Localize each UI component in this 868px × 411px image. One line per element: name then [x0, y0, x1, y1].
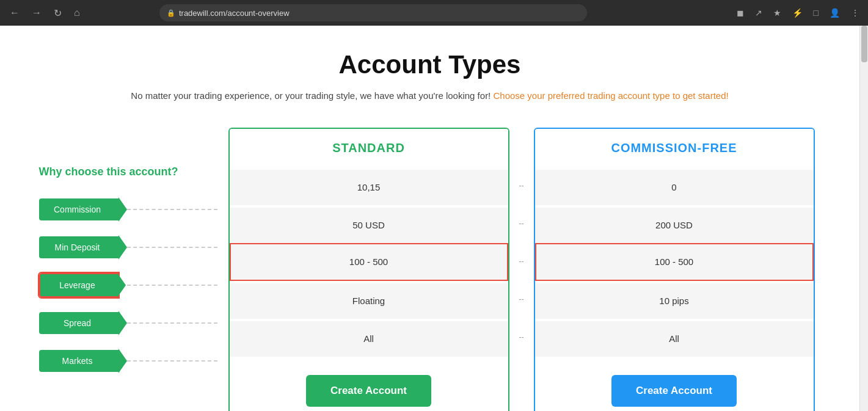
- commission-free-column: COMMISSION-FREE 0 200 USD 100 - 500 10 p…: [534, 128, 815, 412]
- url-text: tradewill.com/account-overview: [179, 9, 290, 18]
- dotted-line-commission: [127, 209, 217, 210]
- dotted-line-markets: [127, 360, 217, 362]
- browser-actions: ◼ ↗ ★ ⚡ □ 👤 ⋮: [734, 5, 862, 20]
- standard-create-account-button[interactable]: Create Account: [306, 375, 431, 407]
- feature-row-leverage: Leverage: [39, 266, 222, 304]
- forward-button[interactable]: →: [28, 5, 45, 21]
- sep-leverage: --: [516, 241, 528, 279]
- commission-free-min-deposit: 200 USD: [535, 205, 814, 243]
- sep-commission: --: [516, 165, 528, 203]
- subtitle-highlight: Choose your preferred trading account ty…: [493, 90, 728, 101]
- share-button[interactable]: ↗: [753, 5, 765, 20]
- commission-free-commission: 0: [535, 167, 814, 205]
- profile-button[interactable]: 👤: [827, 5, 842, 20]
- standard-footer: Create Account: [230, 363, 508, 412]
- subtitle-normal: No matter your trading experience, or yo…: [131, 90, 493, 101]
- feature-label-spread: Spread: [39, 312, 119, 334]
- standard-column: STANDARD 10,15 50 USD 100 - 500 Floating…: [228, 128, 509, 412]
- standard-header: STANDARD: [230, 129, 508, 167]
- feature-row-spread: Spread: [39, 304, 222, 342]
- comparison-wrapper: Why choose this account? Commission Min …: [39, 128, 821, 412]
- sep-min-deposit: --: [516, 203, 528, 241]
- lock-icon: 🔒: [167, 9, 175, 17]
- feature-label-min-deposit: Min Deposit: [39, 236, 119, 258]
- address-bar[interactable]: 🔒 tradewill.com/account-overview: [159, 4, 587, 21]
- extensions-button[interactable]: ⚡: [790, 5, 805, 20]
- why-choose-title: Why choose this account?: [39, 165, 222, 178]
- standard-leverage: 100 - 500: [230, 243, 508, 281]
- feature-label-commission: Commission: [39, 198, 119, 220]
- back-button[interactable]: ←: [6, 5, 23, 21]
- reload-button[interactable]: ↻: [50, 5, 65, 21]
- scrollbar-track[interactable]: [859, 26, 868, 411]
- commission-free-header: COMMISSION-FREE: [535, 129, 814, 167]
- sep-spread: --: [516, 279, 528, 317]
- feature-label-markets: Markets: [39, 350, 119, 372]
- standard-spread: Floating: [230, 281, 508, 319]
- menu-button[interactable]: ⋮: [848, 5, 862, 20]
- feature-label-leverage: Leverage: [39, 273, 119, 297]
- commission-free-markets: All: [535, 319, 814, 357]
- dotted-line-min-deposit: [127, 247, 217, 248]
- standard-commission: 10,15: [230, 167, 508, 205]
- page-subtitle: No matter your trading experience, or yo…: [37, 89, 823, 103]
- feature-row-markets: Markets: [39, 342, 222, 380]
- dotted-line-leverage: [127, 285, 217, 286]
- cast-button[interactable]: ◼: [734, 5, 746, 20]
- page-wrapper: Account Types No matter your trading exp…: [0, 26, 868, 411]
- commission-free-create-account-button[interactable]: Create Account: [611, 375, 737, 407]
- commission-free-footer: Create Account: [535, 363, 814, 412]
- dotted-line-spread: [127, 322, 217, 324]
- labels-column: Why choose this account? Commission Min …: [39, 128, 222, 380]
- home-button[interactable]: ⌂: [70, 5, 84, 21]
- sep-markets: --: [516, 317, 528, 355]
- standard-min-deposit: 50 USD: [230, 205, 508, 243]
- bookmark-button[interactable]: ★: [771, 5, 784, 20]
- commission-free-spread: 10 pips: [535, 281, 814, 319]
- page-title: Account Types: [37, 50, 823, 79]
- column-separator: -- -- -- -- --: [516, 128, 528, 355]
- browser-chrome: ← → ↻ ⌂ 🔒 tradewill.com/account-overview…: [0, 0, 868, 26]
- window-button[interactable]: □: [811, 5, 821, 20]
- standard-markets: All: [230, 319, 508, 357]
- scrollbar-thumb[interactable]: [861, 26, 867, 62]
- main-content: Account Types No matter your trading exp…: [0, 26, 859, 411]
- commission-free-leverage: 100 - 500: [535, 243, 814, 281]
- feature-row-min-deposit: Min Deposit: [39, 228, 222, 266]
- feature-row-commission: Commission: [39, 191, 222, 228]
